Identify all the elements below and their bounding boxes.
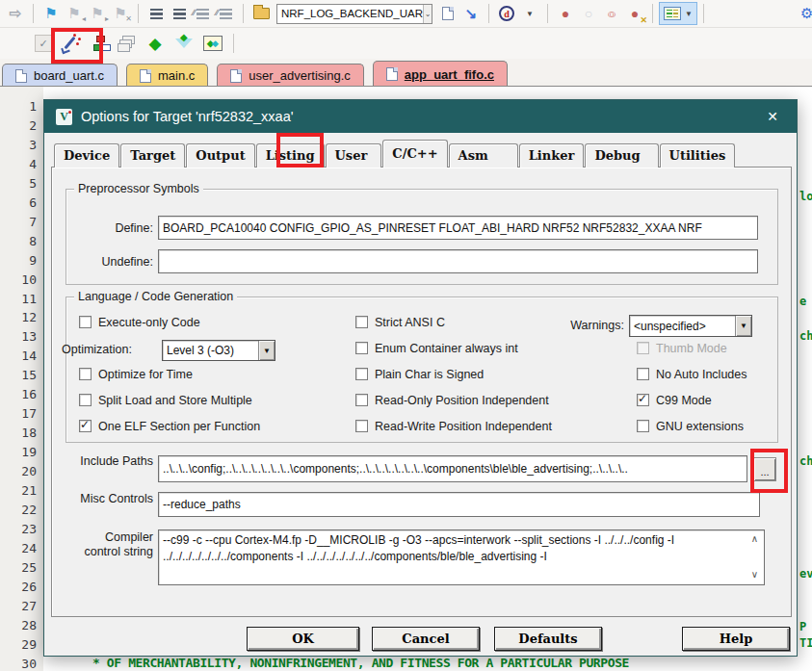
flag-glyph: ⚑ [44,5,57,22]
line-number: 21 [0,483,37,498]
ok-button[interactable]: OK [247,627,359,651]
include-paths-label: Include Paths [73,454,153,469]
dialog-tab-target[interactable]: Target [120,143,185,168]
gnu-extensions-checkbox[interactable] [637,420,649,432]
rw-position-independent-checkbox[interactable] [355,420,368,432]
toggle-breakpoint-icon[interactable]: ● [554,3,577,24]
uncomment-selection-icon[interactable]: ∕∕ [214,3,237,24]
bars-glyph [220,9,232,19]
scroll-down-icon[interactable]: ∨ [751,569,758,580]
dialog-tab-c-c[interactable]: C/C++ [382,140,447,168]
file-tab-user-advertising-c[interactable]: user_advertising.c [217,64,364,87]
translate-file-icon[interactable]: ✓ [35,35,52,52]
file-tab-app-uart-fifo-c[interactable]: app_uart_fifo.c [373,61,508,87]
cancel-button[interactable]: Cancel [372,627,480,651]
code-fragment: P [799,620,806,633]
line-number: 1 [0,99,37,114]
dialog-tab-user[interactable]: User [326,143,382,168]
split-load-store-checkbox[interactable] [79,394,92,406]
line-number: 13 [0,329,37,344]
keil-uvision-window: ⇨ ⚑ ⚑◂ ⚑▸ ⚑✕ ∕∕ ∕∕ NRF_LOG_BACKEND_UAR ⌄… [0,0,812,671]
disable-all-breakpoints-icon[interactable]: ○○ [600,3,623,24]
dialog-tab-linker[interactable]: Linker [519,143,585,168]
plain-char-signed-checkbox[interactable] [355,368,368,380]
one-elf-section-checkbox[interactable] [79,420,92,432]
dialog-tab-debug[interactable]: Debug [585,143,658,168]
document-glyph [442,7,454,20]
enum-container-checkbox[interactable] [355,342,368,354]
annotation-box-wand [51,28,103,64]
close-icon[interactable]: ✕ [760,109,785,124]
toolbar-separator [703,4,704,23]
warnings-dropdown[interactable]: <unspecified> ▼ [629,315,752,337]
dialog-titlebar[interactable]: V Options for Target 'nrf52832_xxaa' ✕ [44,100,797,133]
search-term-value: NRF_LOG_BACKEND_UAR [281,8,423,19]
indent-icon[interactable] [168,3,191,24]
run-to-cursor-dropdown-icon[interactable]: ▼ [518,3,541,24]
toolbar-separator [233,34,234,53]
line-number: 23 [0,522,37,536]
no-auto-includes-label: No Auto Includes [656,368,747,381]
search-term-combobox[interactable]: NRF_LOG_BACKEND_UAR ⌄ [276,4,432,24]
pack-installer-icon[interactable]: ◆◆ [198,33,227,54]
packbox-glyph: ◆◆ [203,36,223,51]
toolbar-icon-partial[interactable]: ⚙ [800,5,812,22]
help-button[interactable]: Help [682,627,790,651]
line-number: 4 [0,157,37,171]
windows-glyph [118,35,137,52]
toolbar-separator [33,4,34,23]
define-input[interactable]: BOARD_PCA10040 CONFIG_GPIO_AS_PINRESET F… [158,216,758,240]
incremental-find-icon[interactable]: ↘ [459,3,483,24]
strict-ansi-checkbox[interactable] [355,316,368,328]
optimization-label: Optimization: [62,343,132,356]
dialog-tab-utilities[interactable]: Utilities [660,143,736,168]
dropdown-arrow-icon[interactable]: ▼ [258,341,275,360]
execute-only-code-checkbox[interactable] [79,316,92,328]
kill-x-glyph: ✕ [640,15,647,25]
comment-selection-icon[interactable]: ∕∕ [191,3,214,24]
dropdown-arrow-icon[interactable]: ▼ [735,316,751,336]
optimization-dropdown[interactable]: Level 3 (-O3) ▼ [162,340,275,361]
insert-bookmark-icon[interactable]: ⚑ [39,3,63,24]
find-next-icon[interactable] [436,3,459,24]
next-bookmark-icon[interactable]: ⚑▸ [86,3,109,24]
document-icon [230,69,242,83]
line-number: 3 [0,138,37,152]
line-number-gutter: 1234567891011121314151617181920212223242… [0,87,43,671]
select-software-packs-icon[interactable]: ◆ [170,33,198,54]
unindent-icon[interactable] [144,3,168,24]
file-tab-board-uart-c[interactable]: board_uart.c [2,64,118,87]
undefine-input[interactable] [158,249,758,273]
previous-bookmark-icon[interactable]: ⚑◂ [63,3,86,24]
toolbar-separator [138,4,139,23]
run-to-cursor-icon[interactable]: d [495,3,518,24]
dialog-tab-output[interactable]: Output [186,143,254,168]
split-load-store-label: Split Load and Store Multiple [98,394,252,407]
dialog-tab-device[interactable]: Device [54,143,119,168]
line-number: 14 [0,348,37,363]
optimize-for-time-checkbox[interactable] [79,368,92,380]
misc-controls-input[interactable]: --reduce_paths [158,492,760,517]
compiler-control-string-box[interactable]: --c99 -c --cpu Cortex-M4.fp -D__MICROLIB… [158,529,765,585]
include-paths-input[interactable]: ..\..\..\config;..\..\..\..\..\..\..\com… [158,455,747,482]
toolbar-separator [652,4,653,23]
dialog-tab-asm[interactable]: Asm [449,143,518,168]
multi-project-workspace-icon[interactable] [114,33,141,54]
flag-glyph: ⚑ [91,5,103,22]
dialog-title: Options for Target 'nrf52832_xxaa' [81,109,294,124]
scroll-up-icon[interactable]: ∧ [751,533,758,544]
disable-breakpoint-icon[interactable]: ○ [577,3,600,24]
clear-bookmarks-icon[interactable]: ⚑✕ [109,3,132,24]
show-project-window-button[interactable]: ▼ [659,2,697,25]
navigate-forward-icon[interactable]: ⇨ [4,3,27,24]
code-fragment: lo [799,190,812,203]
ro-position-independent-checkbox[interactable] [355,394,368,406]
file-tab-main-c[interactable]: main.c [126,64,208,87]
combobox-dropdown-button[interactable]: ⌄ [423,5,432,23]
defaults-button[interactable]: Defaults [494,627,602,651]
kill-all-breakpoints-icon[interactable]: ●✕ [623,3,646,24]
c99-mode-checkbox[interactable] [637,394,649,406]
find-in-files-icon[interactable] [249,3,273,24]
no-auto-includes-checkbox[interactable] [637,368,649,380]
manage-run-time-environment-icon[interactable]: ◆ [141,33,170,54]
